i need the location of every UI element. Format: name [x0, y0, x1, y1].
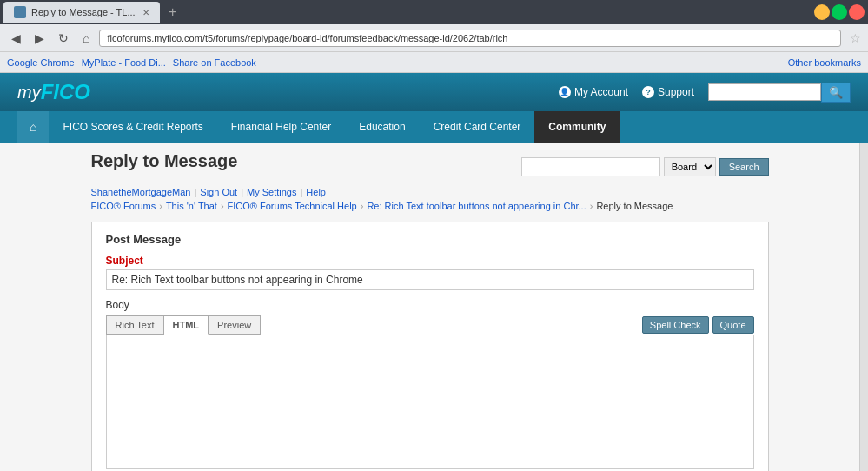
sign-out-link[interactable]: Sign Out [200, 187, 237, 197]
tab-html[interactable]: HTML [164, 315, 209, 335]
body-label: Body [106, 299, 754, 311]
refresh-btn[interactable]: ↻ [54, 30, 73, 47]
breadcrumb-this-n-that[interactable]: This 'n' That [166, 201, 217, 211]
browser-tab[interactable]: Reply to Message - TL... ✕ [3, 2, 160, 23]
subject-label: Subject [106, 255, 754, 267]
header-search: 🔍 [708, 83, 851, 103]
spell-check-btn[interactable]: Spell Check [642, 316, 709, 334]
nav-credit-card[interactable]: Credit Card Center [420, 111, 535, 143]
breadcrumb-forums[interactable]: FICO® Forums [91, 201, 156, 211]
editor-tabs: Rich Text HTML Preview [106, 315, 262, 335]
nav-education[interactable]: Education [345, 111, 419, 143]
breadcrumb-current: Reply to Message [596, 201, 673, 211]
main-content: Reply to Message Board Search ShanetheMo… [74, 143, 786, 471]
nav-financial-help[interactable]: Financial Help Center [217, 111, 345, 143]
breadcrumb-thread[interactable]: Re: Rich Text toolbar buttons not appear… [367, 201, 586, 211]
my-settings-link[interactable]: My Settings [247, 187, 296, 197]
support-link[interactable]: ? Support [642, 86, 694, 98]
browser-bookmarks-bar: Google Chrome MyPlate - Food Di... Share… [0, 52, 868, 73]
page-content: myFICO 👤 My Account ? Support 🔍 ⌂ FICO S… [0, 73, 868, 471]
site-logo[interactable]: myFICO [17, 80, 90, 104]
user-nav: ShanetheMortgageMan | Sign Out | My Sett… [91, 187, 769, 197]
breadcrumb-tech-help[interactable]: FICO® Forums Technical Help [228, 201, 357, 211]
back-btn[interactable]: ◀ [7, 30, 25, 47]
home-nav-btn[interactable]: ⌂ [78, 30, 94, 47]
page-search-input[interactable] [521, 157, 660, 176]
browser-toolbar: ◀ ▶ ↻ ⌂ ☆ [0, 24, 868, 52]
page-title: Reply to Message [91, 151, 238, 175]
tab-favicon [14, 6, 26, 18]
board-select[interactable]: Board [664, 157, 716, 176]
post-message-title: Post Message [106, 233, 754, 246]
post-message-box: Post Message Subject Body Rich Text HTML… [91, 222, 769, 471]
header-right: 👤 My Account ? Support 🔍 [559, 83, 851, 103]
help-link[interactable]: Help [306, 187, 326, 197]
quote-btn[interactable]: Quote [712, 316, 754, 334]
bookmark-chrome[interactable]: Google Chrome [7, 57, 75, 68]
minimize-btn[interactable] [814, 4, 830, 20]
content-area: Reply to Message Board Search ShanetheMo… [0, 143, 868, 471]
tab-close-btn[interactable]: ✕ [142, 8, 149, 17]
browser-chrome: Reply to Message - TL... ✕ + ◀ ▶ ↻ ⌂ ☆ G… [0, 0, 868, 73]
username-link[interactable]: ShanetheMortgageMan [91, 187, 191, 197]
page-search: Board Search [521, 157, 769, 176]
tab-preview[interactable]: Preview [209, 315, 261, 335]
home-icon: ⌂ [30, 120, 36, 134]
page-search-btn[interactable]: Search [719, 158, 769, 176]
main-nav: ⌂ FICO Scores & Credit Reports Financial… [0, 111, 868, 143]
window-controls [814, 4, 865, 20]
support-icon: ? [642, 86, 654, 98]
editor-toolbar: Rich Text HTML Preview Spell Check Quote [106, 315, 754, 335]
header-search-btn[interactable]: 🔍 [821, 83, 851, 103]
support-label: Support [658, 86, 694, 98]
nav-home-btn[interactable]: ⌂ [17, 111, 49, 143]
logo-fico: FICO [41, 80, 90, 104]
account-label: My Account [574, 86, 628, 98]
title-row: Reply to Message Board Search [91, 151, 769, 182]
close-btn[interactable] [849, 4, 865, 20]
site-header: myFICO 👤 My Account ? Support 🔍 [0, 73, 868, 111]
breadcrumb: FICO® Forums › This 'n' That › FICO® For… [91, 201, 769, 211]
nav-fico-scores[interactable]: FICO Scores & Credit Reports [49, 111, 216, 143]
nav-community[interactable]: Community [534, 111, 620, 143]
account-icon: 👤 [559, 86, 571, 98]
new-tab-btn[interactable]: + [163, 3, 182, 22]
tab-rich-text[interactable]: Rich Text [106, 315, 164, 335]
subject-input[interactable] [106, 269, 754, 290]
other-bookmarks[interactable]: Other bookmarks [788, 57, 861, 68]
editor-area[interactable] [106, 335, 754, 469]
editor-actions: Spell Check Quote [642, 316, 754, 334]
address-bar[interactable] [99, 30, 841, 47]
logo-my: my [17, 83, 41, 103]
my-account-link[interactable]: 👤 My Account [559, 86, 628, 98]
tab-title: Reply to Message - TL... [31, 7, 136, 17]
bookmark-myplate[interactable]: MyPlate - Food Di... [82, 57, 166, 68]
maximize-btn[interactable] [832, 4, 847, 20]
bookmark-star-icon[interactable]: ☆ [850, 31, 861, 45]
scrollbar[interactable] [859, 143, 868, 471]
browser-titlebar: Reply to Message - TL... ✕ + [0, 0, 868, 24]
header-search-input[interactable] [708, 83, 821, 101]
bookmark-facebook[interactable]: Share on Facebook [173, 57, 256, 68]
forward-btn[interactable]: ▶ [30, 30, 49, 47]
